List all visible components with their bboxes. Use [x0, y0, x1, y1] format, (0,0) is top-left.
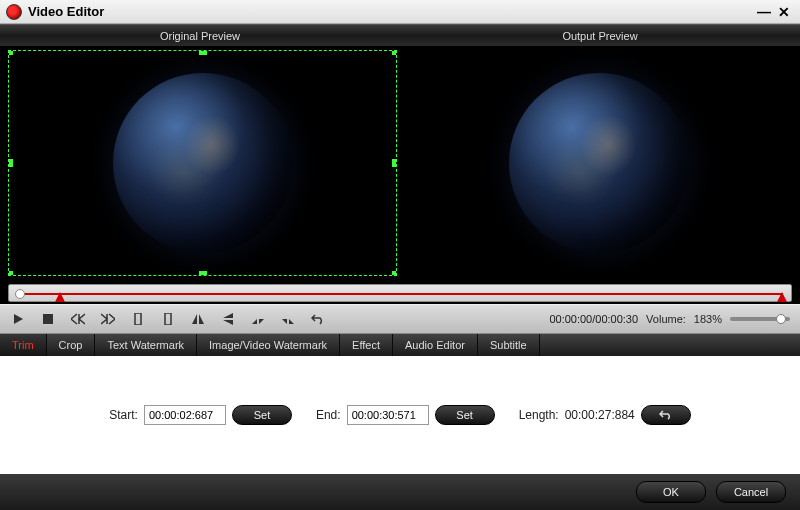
tab-trim[interactable]: Trim: [0, 334, 47, 356]
timeline-track: [17, 293, 783, 295]
video-frame-output: [509, 73, 689, 253]
original-preview-pane[interactable]: [8, 50, 397, 276]
minimize-button[interactable]: —: [754, 4, 774, 20]
playback-status: 00:00:00/00:00:30 Volume: 183%: [549, 313, 790, 325]
mark-in-button[interactable]: [130, 311, 146, 327]
play-button[interactable]: [10, 311, 26, 327]
set-start-button[interactable]: Set: [232, 405, 292, 425]
video-editor-window: Video Editor — ✕ Original Preview Output…: [0, 0, 800, 510]
titlebar: Video Editor — ✕: [0, 0, 800, 24]
output-preview-pane: [405, 50, 792, 276]
time-display: 00:00:00/00:00:30: [549, 313, 638, 325]
timeline-playhead[interactable]: [15, 289, 25, 299]
start-label: Start:: [109, 408, 138, 422]
preview-area: [0, 46, 800, 280]
volume-thumb[interactable]: [776, 314, 786, 324]
crop-handle-b[interactable]: [199, 271, 207, 276]
reset-length-button[interactable]: [641, 405, 691, 425]
editor-tabs: Trim Crop Text Watermark Image/Video Wat…: [0, 334, 800, 356]
flip-horizontal-button[interactable]: [190, 311, 206, 327]
crop-handle-tr[interactable]: [392, 50, 397, 55]
output-preview-label: Output Preview: [400, 25, 800, 46]
start-field: Start: Set: [109, 405, 292, 425]
trim-in-marker[interactable]: [55, 292, 65, 302]
flip-vertical-button[interactable]: [220, 311, 236, 327]
video-frame-original: [113, 73, 293, 253]
playback-toolbar: 00:00:00/00:00:30 Volume: 183%: [0, 304, 800, 334]
undo-icon: [659, 410, 673, 420]
trim-out-marker[interactable]: [777, 292, 787, 302]
tab-text-watermark[interactable]: Text Watermark: [95, 334, 197, 356]
cancel-button[interactable]: Cancel: [716, 481, 786, 503]
crop-handle-br[interactable]: [392, 271, 397, 276]
length-field: Length: 00:00:27:884: [519, 405, 691, 425]
rotate-left-button[interactable]: [250, 311, 266, 327]
next-frame-button[interactable]: [100, 311, 116, 327]
preview-header: Original Preview Output Preview: [0, 24, 800, 46]
end-label: End:: [316, 408, 341, 422]
tab-crop[interactable]: Crop: [47, 334, 96, 356]
dialog-footer: OK Cancel: [0, 474, 800, 510]
length-label: Length:: [519, 408, 559, 422]
crop-handle-r[interactable]: [392, 159, 397, 167]
crop-handle-tl[interactable]: [8, 50, 13, 55]
rotate-right-button[interactable]: [280, 311, 296, 327]
undo-button[interactable]: [310, 311, 326, 327]
volume-label: Volume:: [646, 313, 686, 325]
tab-subtitle[interactable]: Subtitle: [478, 334, 540, 356]
crop-handle-t[interactable]: [199, 50, 207, 55]
set-end-button[interactable]: Set: [435, 405, 495, 425]
volume-slider[interactable]: [730, 317, 790, 321]
close-button[interactable]: ✕: [774, 4, 794, 20]
timeline-container: [0, 280, 800, 304]
crop-handle-l[interactable]: [8, 159, 13, 167]
crop-handle-bl[interactable]: [8, 271, 13, 276]
end-input[interactable]: [347, 405, 429, 425]
timeline[interactable]: [8, 284, 792, 302]
mark-out-button[interactable]: [160, 311, 176, 327]
start-input[interactable]: [144, 405, 226, 425]
tab-audio-editor[interactable]: Audio Editor: [393, 334, 478, 356]
end-field: End: Set: [316, 405, 495, 425]
original-preview-label: Original Preview: [0, 25, 400, 46]
window-title: Video Editor: [28, 4, 754, 19]
tab-image-video-watermark[interactable]: Image/Video Watermark: [197, 334, 340, 356]
svg-rect-0: [43, 314, 53, 324]
prev-frame-button[interactable]: [70, 311, 86, 327]
app-icon: [6, 4, 22, 20]
trim-panel: Start: Set End: Set Length: 00:00:27:884: [0, 356, 800, 474]
stop-button[interactable]: [40, 311, 56, 327]
tab-effect[interactable]: Effect: [340, 334, 393, 356]
ok-button[interactable]: OK: [636, 481, 706, 503]
length-value: 00:00:27:884: [565, 408, 635, 422]
volume-value: 183%: [694, 313, 722, 325]
